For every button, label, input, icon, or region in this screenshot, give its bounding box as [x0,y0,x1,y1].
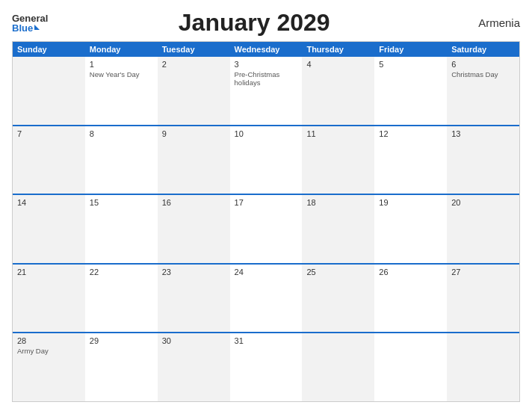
calendar-cell [447,333,519,401]
day-number: 22 [90,268,153,276]
calendar-cell: 9 [158,126,230,194]
calendar-cell: 31 [230,333,303,401]
holiday-label: New Year's Day [90,70,153,78]
logo-general-text: General [12,13,48,23]
day-number: 5 [379,60,442,69]
calendar-header-cell: Monday [85,42,158,57]
calendar-week: 78910111213 [13,125,519,194]
calendar-body: 1New Year's Day23Pre-Christmas holidays4… [13,57,519,401]
calendar-cell: 27 [447,265,519,333]
day-number: 28 [17,336,81,345]
calendar-header-cell: Wednesday [230,42,303,57]
day-number: 3 [235,60,298,69]
calendar-cell: 21 [13,265,85,333]
day-number: 11 [306,129,370,138]
country-label: Armenia [460,16,520,29]
day-number: 29 [90,336,153,345]
calendar-cell: 29 [85,333,158,401]
day-number: 13 [451,129,515,138]
calendar-header-cell: Sunday [13,42,85,57]
calendar-cell: 25 [302,265,374,333]
calendar-cell: 12 [374,126,447,194]
day-number: 21 [17,268,81,276]
calendar-cell: 10 [230,126,303,194]
calendar-cell: 13 [447,126,519,194]
calendar-cell [302,333,374,401]
logo-blue-text: Blue [12,23,33,33]
holiday-label: Army Day [17,347,81,355]
day-number: 27 [451,268,515,276]
day-number: 19 [379,198,442,207]
day-number: 30 [162,336,226,345]
calendar-cell: 5 [374,57,447,125]
logo-triangle-icon [34,25,40,30]
calendar-week: 21222324252627 [13,263,519,333]
calendar-cell: 17 [230,195,303,263]
calendar-cell: 26 [374,265,447,333]
calendar-cell: 24 [230,265,303,333]
day-number: 8 [90,129,153,138]
calendar-cell: 14 [13,195,85,263]
calendar-header-cell: Friday [374,42,447,57]
day-number: 18 [306,198,370,207]
day-number: 24 [235,268,298,276]
holiday-label: Pre-Christmas holidays [235,70,298,87]
calendar-cell: 7 [13,126,85,194]
calendar-cell: 15 [85,195,158,263]
calendar-cell: 30 [158,333,230,401]
day-number: 14 [17,198,81,207]
logo: General Blue [12,13,48,33]
day-number: 6 [451,60,515,69]
calendar-week: 28Army Day293031 [13,332,519,401]
calendar-cell: 19 [374,195,447,263]
calendar-cell: 11 [302,126,374,194]
page-title: January 2029 [48,9,460,37]
day-number: 4 [306,60,370,69]
day-number: 20 [451,198,515,207]
calendar-grid: SundayMondayTuesdayWednesdayThursdayFrid… [12,41,520,402]
day-number: 9 [162,129,226,138]
day-number: 25 [306,268,370,276]
day-number: 31 [235,336,298,345]
day-number: 10 [235,129,298,138]
calendar-page: General Blue January 2029 Armenia Sunday… [0,0,532,411]
day-number: 12 [379,129,442,138]
calendar-cell: 8 [85,126,158,194]
calendar-cell: 16 [158,195,230,263]
calendar-cell: 3Pre-Christmas holidays [230,57,303,125]
calendar-header-cell: Thursday [302,42,374,57]
calendar-header-cell: Saturday [447,42,519,57]
day-number: 17 [235,198,298,207]
calendar-cell: 2 [158,57,230,125]
day-number: 26 [379,268,442,276]
calendar-cell [374,333,447,401]
calendar-cell: 28Army Day [13,333,85,401]
calendar-cell: 18 [302,195,374,263]
day-number: 16 [162,198,226,207]
calendar-cell: 4 [302,57,374,125]
page-header: General Blue January 2029 Armenia [12,9,520,37]
day-number: 1 [90,60,153,69]
logo-blue-row: Blue [12,23,40,33]
calendar-cell: 20 [447,195,519,263]
calendar-cell: 6Christmas Day [447,57,519,125]
calendar-cell: 22 [85,265,158,333]
day-number: 15 [90,198,153,207]
calendar-week: 14151617181920 [13,194,519,263]
holiday-label: Christmas Day [451,70,515,78]
calendar-cell [13,57,85,125]
calendar-header-cell: Tuesday [158,42,230,57]
calendar-cell: 23 [158,265,230,333]
day-number: 7 [17,129,81,138]
calendar-header: SundayMondayTuesdayWednesdayThursdayFrid… [13,42,519,57]
calendar-week: 1New Year's Day23Pre-Christmas holidays4… [13,57,519,125]
calendar-cell: 1New Year's Day [85,57,158,125]
day-number: 2 [162,60,226,69]
day-number: 23 [162,268,226,276]
